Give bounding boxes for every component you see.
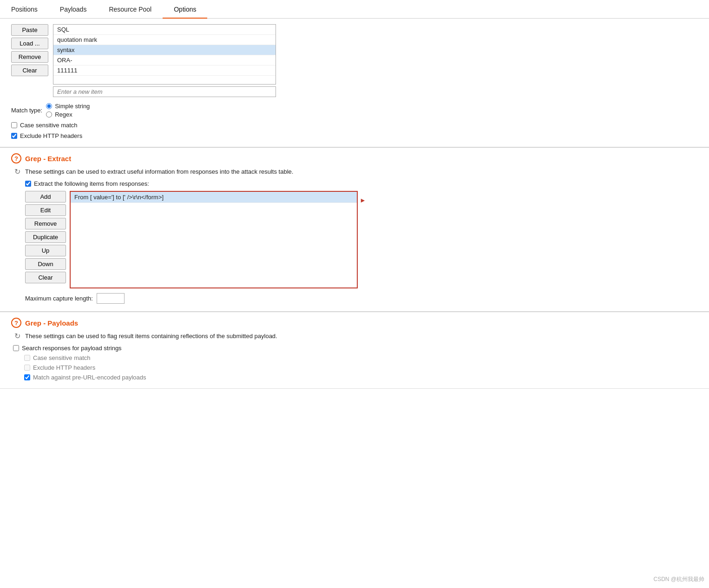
extract-clear-button[interactable]: Clear [25,272,66,283]
simple-string-label: Simple string [55,103,90,110]
grep-match-list[interactable]: SQL quotation mark syntax ORA- 111111 ► [53,24,276,85]
add-row [53,86,698,97]
payloads-match-pre-url-label: Match against pre-URL-encoded payloads [33,374,146,381]
extract-checkbox[interactable] [25,181,31,187]
exclude-http-label: Exclude HTTP headers [20,132,82,139]
search-responses-checkbox[interactable] [13,345,19,351]
grep-match-section: Paste Load ... Remove Clear SQL quotatio… [0,19,709,147]
list-item[interactable]: quotation mark [53,35,276,45]
extract-area: Extract the following items from respons… [25,180,698,304]
payloads-case-sensitive-row: Case sensitive match [24,354,698,361]
extract-add-button[interactable]: Add [25,191,66,203]
match-type-area: Match type: Simple string Regex [11,103,698,118]
extract-duplicate-button[interactable]: Duplicate [25,231,66,243]
match-type-label: Match type: [11,107,42,114]
extract-checkbox-label[interactable]: Extract the following items from respons… [25,180,698,187]
grep-payloads-options: Search responses for payload strings Cas… [13,345,698,381]
help-icon[interactable]: ? [11,153,21,163]
search-responses-label[interactable]: Search responses for payload strings [13,345,698,352]
list-item[interactable]: SQL [53,25,276,35]
regex-radio-label[interactable]: Regex [46,111,90,118]
match-type-radios: Simple string Regex [46,103,90,118]
extract-edit-button[interactable]: Edit [25,204,66,216]
extract-list[interactable]: From [ value='] to [' />\r\n</form>] [70,191,358,288]
extract-up-button[interactable]: Up [25,245,66,256]
paste-button[interactable]: Paste [11,24,48,36]
main-content: Paste Load ... Remove Clear SQL quotatio… [0,19,709,398]
payloads-match-pre-url-row: Match against pre-URL-encoded payloads [24,374,698,381]
extract-list-item[interactable]: From [ value='] to [' />\r\n</form>] [71,192,357,203]
case-sensitive-checkbox[interactable] [11,122,17,128]
tab-bar: Positions Payloads Resource Pool Options [0,0,709,19]
payloads-match-pre-url-checkbox[interactable] [24,374,30,380]
simple-string-radio[interactable] [46,103,52,109]
extract-checkbox-label-text: Extract the following items from respons… [34,180,149,187]
extract-remove-button[interactable]: Remove [25,218,66,229]
payloads-case-sensitive-label: Case sensitive match [33,354,91,361]
extract-row: Add Edit Remove Duplicate Up Down Clear … [25,191,698,288]
payloads-exclude-http-row: Exclude HTTP headers [24,364,698,371]
help-icon-2[interactable]: ? [11,318,21,328]
clear-button[interactable]: Clear [11,65,48,76]
payloads-case-sensitive-checkbox[interactable] [24,355,30,361]
grep-payloads-section: ? Grep - Payloads ↻ These settings can b… [0,312,709,389]
refresh-icon[interactable]: ↻ [12,166,22,176]
list-item[interactable]: 111111 [53,65,276,76]
max-capture-row: Maximum capture length: 100 [25,293,698,304]
exclude-http-checkbox[interactable] [11,133,17,139]
list-item[interactable]: ORA- [53,55,276,65]
regex-label: Regex [55,111,72,118]
grep-match-list-area: Paste Load ... Remove Clear SQL quotatio… [11,24,698,85]
grep-payloads-desc: These settings can be used to flag resul… [25,333,277,340]
regex-radio[interactable] [46,111,52,118]
search-responses-text: Search responses for payload strings [22,345,122,352]
tab-payloads[interactable]: Payloads [49,2,98,19]
max-capture-label: Maximum capture length: [25,295,93,302]
case-sensitive-label: Case sensitive match [20,122,78,129]
tab-positions[interactable]: Positions [0,2,49,19]
add-item-input[interactable] [53,86,276,97]
watermark: CSDN @杭州我最帅 [653,575,704,583]
grep-extract-desc: These settings can be used to extract us… [25,168,293,175]
tab-options[interactable]: Options [163,2,207,19]
grep-payloads-header: ? Grep - Payloads [11,318,698,328]
payloads-exclude-http-label: Exclude HTTP headers [33,364,95,371]
exclude-http-checkbox-label[interactable]: Exclude HTTP headers [11,132,698,139]
tab-resource-pool[interactable]: Resource Pool [98,2,163,19]
grep-extract-title: Grep - Extract [25,155,71,163]
grep-payloads-title: Grep - Payloads [25,319,78,327]
remove-button[interactable]: Remove [11,51,48,63]
extract-down-button[interactable]: Down [25,258,66,270]
max-capture-input[interactable]: 100 [97,293,125,304]
payloads-exclude-http-checkbox[interactable] [24,365,30,371]
simple-string-radio-label[interactable]: Simple string [46,103,90,110]
case-sensitive-checkbox-label[interactable]: Case sensitive match [11,122,698,129]
extract-arrow-icon: ► [360,196,366,204]
load-button[interactable]: Load ... [11,38,48,49]
extract-buttons: Add Edit Remove Duplicate Up Down Clear [25,191,66,283]
list-item[interactable]: syntax [53,45,276,55]
grep-extract-header: ? Grep - Extract [11,153,698,163]
grep-extract-section: ? Grep - Extract ↻ These settings can be… [0,148,709,312]
refresh-icon-2[interactable]: ↻ [12,331,22,341]
grep-match-buttons: Paste Load ... Remove Clear [11,24,48,76]
